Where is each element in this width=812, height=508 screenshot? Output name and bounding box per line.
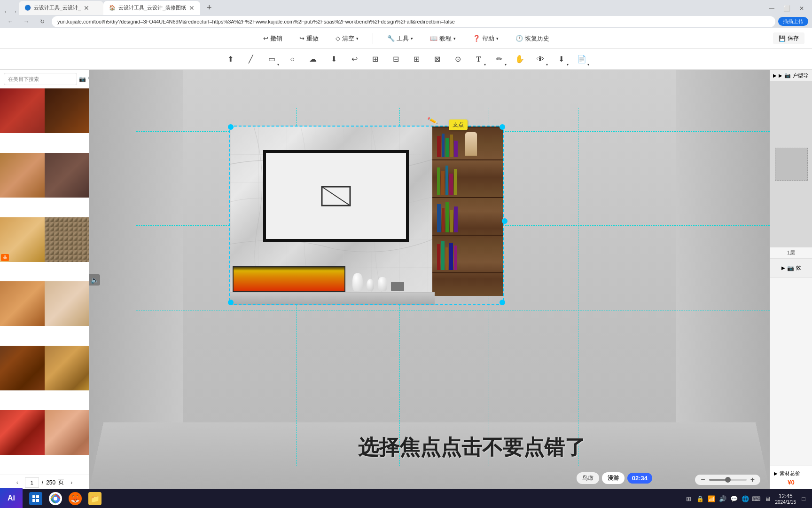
expand-icon: ▶: [779, 73, 782, 78]
volume-indicator[interactable]: 🔈: [89, 274, 100, 286]
tab-bar: ← → 🔵 云设计工具_云设计_ ✕ 🏠 云设计工具_云设计_装修图纸 ✕ + …: [0, 0, 812, 15]
target-btn[interactable]: ⊙: [449, 51, 466, 68]
systray: ⊞ 🔒 📶 🔊 💬 🌐 ⌨ 🖥: [684, 494, 773, 503]
help-btn[interactable]: ❓ 帮助 ▾: [468, 32, 503, 45]
tab-2-title: 云设计工具_云设计_装修图纸: [118, 4, 186, 11]
back-btn[interactable]: ←: [3, 8, 9, 15]
books-shelf-1: [437, 131, 458, 157]
selection-handle-tl[interactable]: [228, 124, 234, 130]
capture-btn[interactable]: ⊞: [367, 51, 383, 68]
page-prev-btn[interactable]: ‹: [13, 478, 22, 487]
tools-arrow: ▾: [411, 36, 413, 41]
clear-btn[interactable]: ◇ 清空 ▾: [331, 32, 363, 45]
page-next-btn[interactable]: ›: [67, 478, 76, 487]
text-btn[interactable]: 𝐓: [470, 51, 487, 68]
export-btn[interactable]: ⬇: [553, 51, 570, 68]
undo-icon: ↩: [263, 35, 268, 42]
systray-icon-3: 📶: [707, 494, 716, 503]
main-toolbar: ↩ 撤销 ↪ 重做 ◇ 清空 ▾ 🔧 工具 ▾ 📖 教程 ▾ ❓ 帮助 ▾: [0, 28, 812, 49]
nav-back[interactable]: ←: [4, 15, 17, 28]
notification-icon[interactable]: □: [799, 494, 808, 503]
table2-btn[interactable]: ⊞: [408, 51, 425, 68]
extension-btn[interactable]: 插插上传: [778, 17, 808, 26]
material-item[interactable]: [45, 153, 89, 198]
url-input[interactable]: [52, 16, 775, 27]
bird-eye-tab[interactable]: 鸟瞰: [577, 472, 599, 484]
material-item[interactable]: [0, 346, 45, 390]
tutorials-icon: 📖: [430, 35, 437, 42]
search-input[interactable]: [4, 73, 77, 85]
canvas-area[interactable]: ✏️ 支点 选择焦点点击不要点错了 🔈 鸟瞰 漫游 02:34: [89, 70, 770, 490]
undo-btn[interactable]: ↩ 撤销: [258, 32, 287, 45]
zoom-slider-track[interactable]: [709, 479, 747, 481]
download-btn[interactable]: ⬇: [325, 51, 342, 68]
zoom-in-btn[interactable]: +: [749, 476, 757, 484]
nav-refresh[interactable]: ↻: [36, 15, 49, 28]
brush-btn[interactable]: ✏: [491, 51, 508, 68]
taskbar-fox[interactable]: 🦊: [67, 490, 84, 507]
tab-1[interactable]: 🔵 云设计工具_云设计_ ✕: [19, 1, 103, 15]
tab-2-close[interactable]: ✕: [189, 4, 195, 12]
close-btn[interactable]: ✕: [795, 2, 808, 15]
table1-btn[interactable]: ⊟: [387, 51, 404, 68]
systray-icon-5: 💬: [729, 494, 739, 503]
minimize-btn[interactable]: —: [765, 2, 778, 15]
start-btn[interactable]: [27, 490, 44, 507]
selection-handle-mr[interactable]: [502, 218, 508, 224]
vase-1: [352, 273, 363, 291]
tab-2[interactable]: 🏠 云设计工具_云设计_装修图纸 ✕: [103, 1, 200, 15]
history-btn[interactable]: 🕐 恢复历史: [511, 32, 554, 45]
redo-btn[interactable]: ↪ 重做: [295, 32, 323, 45]
page-input[interactable]: [25, 477, 39, 488]
fireplace-unit: [233, 266, 345, 292]
circle-btn[interactable]: ○: [284, 51, 301, 68]
undo-draw-btn[interactable]: ↩: [346, 51, 363, 68]
roam-tab[interactable]: 漫游: [602, 472, 625, 484]
tools-btn[interactable]: 🔧 工具 ▾: [383, 32, 418, 45]
system-clock[interactable]: 12:45 2024/1/15: [775, 493, 796, 505]
hand-btn[interactable]: ✋: [511, 51, 528, 68]
material-item[interactable]: [45, 346, 89, 390]
material-item[interactable]: [45, 88, 89, 133]
nav-forward[interactable]: →: [20, 15, 33, 28]
maximize-btn[interactable]: ⬜: [780, 2, 793, 15]
tutorials-btn[interactable]: 📖 教程 ▾: [425, 32, 461, 45]
ai-badge[interactable]: Ai: [0, 488, 23, 508]
pages-btn[interactable]: 📄: [573, 51, 590, 68]
redo-icon: ↪: [299, 35, 304, 42]
separator-1: [373, 33, 373, 44]
book-decor: [391, 282, 404, 291]
material-item[interactable]: [0, 153, 45, 198]
material-item[interactable]: [0, 88, 45, 133]
forward-btn[interactable]: →: [11, 8, 17, 15]
material-item[interactable]: [0, 410, 45, 455]
material-item[interactable]: [45, 217, 89, 262]
tooltip-text: 支点: [453, 121, 464, 128]
eye-btn[interactable]: 👁: [532, 51, 549, 68]
floor-type-header[interactable]: ▶ ▶ 📷 户型导: [770, 70, 812, 81]
effect-section-header[interactable]: ▶ 📷 效: [770, 259, 812, 278]
tab-1-close[interactable]: ✕: [84, 4, 89, 12]
material-item[interactable]: [0, 281, 45, 326]
new-tab-button[interactable]: +: [202, 1, 216, 15]
selection-handle-br[interactable]: [500, 300, 505, 305]
clock-date: 2024/1/15: [775, 500, 796, 505]
material-item[interactable]: [45, 281, 89, 326]
table3-btn[interactable]: ⊠: [429, 51, 445, 68]
taskbar-chrome[interactable]: [47, 490, 64, 507]
zoom-out-btn[interactable]: −: [699, 476, 707, 484]
cloud-btn[interactable]: ☁: [304, 51, 321, 68]
selection-handle-bl[interactable]: [228, 300, 234, 305]
redo-label: 重做: [306, 34, 319, 43]
upload-draw-btn[interactable]: ⬆: [222, 51, 239, 68]
line-btn[interactable]: ╱: [242, 51, 259, 68]
taskbar-folder[interactable]: 📁: [86, 490, 103, 507]
material-item[interactable]: [45, 410, 89, 455]
save-btn[interactable]: 💾 保存: [773, 32, 804, 44]
material-item[interactable]: 品: [0, 217, 45, 262]
save-icon: 💾: [779, 35, 786, 42]
selection-handle-tr[interactable]: [500, 124, 505, 130]
rect-btn[interactable]: ▭: [263, 51, 280, 68]
camera-icon-btn[interactable]: 📷: [79, 73, 86, 85]
svg-line-1: [322, 187, 350, 206]
